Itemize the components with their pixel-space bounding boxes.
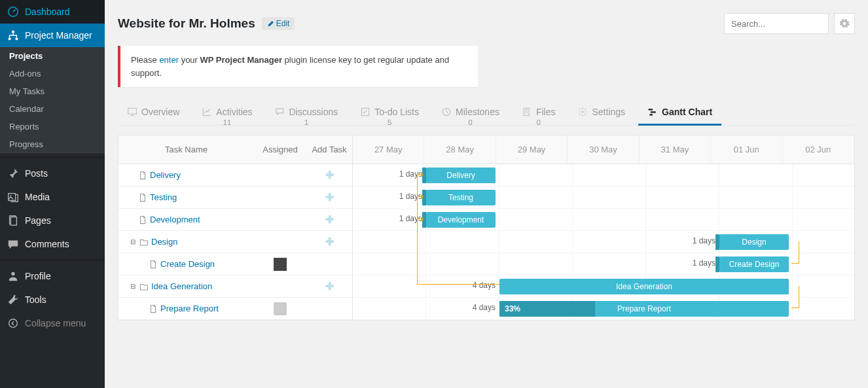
files-icon bbox=[522, 107, 532, 117]
sidebar-item-posts[interactable]: Posts bbox=[0, 162, 105, 185]
tab-settings[interactable]: Settings bbox=[568, 100, 634, 125]
tab-todo[interactable]: To-do Lists 5 bbox=[351, 100, 428, 125]
sidebar-item-collapse[interactable]: Collapse menu bbox=[0, 311, 105, 335]
sidebar-sub-progress[interactable]: Progress bbox=[0, 135, 105, 153]
toggle-icon[interactable]: ⊟ bbox=[129, 238, 137, 245]
svg-point-14 bbox=[582, 111, 584, 113]
svg-rect-16 bbox=[651, 111, 656, 113]
search-input[interactable] bbox=[724, 13, 829, 34]
task-link[interactable]: Delivery bbox=[150, 170, 181, 180]
duration-label: 4 days bbox=[467, 303, 496, 312]
tab-files[interactable]: Files 0 bbox=[513, 100, 565, 125]
svg-rect-4 bbox=[9, 194, 16, 201]
comment-icon bbox=[7, 238, 20, 251]
svg-rect-10 bbox=[128, 108, 137, 114]
page-title: Website for Mr. Holmes bbox=[118, 16, 255, 31]
task-link[interactable]: Idea Generation bbox=[151, 281, 212, 291]
sidebar-sub-mytasks[interactable]: My Tasks bbox=[0, 82, 105, 100]
wrench-icon bbox=[7, 293, 20, 306]
sidebar-sub-addons[interactable]: Add-ons bbox=[0, 65, 105, 82]
sidebar-item-profile[interactable]: Profile bbox=[0, 264, 105, 288]
svg-point-8 bbox=[11, 272, 14, 275]
sidebar-item-dashboard[interactable]: Dashboard bbox=[0, 0, 105, 24]
folder-icon bbox=[139, 238, 149, 247]
gantt-bar[interactable]: 33%Prepare Report bbox=[499, 301, 789, 317]
task-link[interactable]: Create Design bbox=[160, 259, 215, 269]
dependency-line bbox=[417, 174, 422, 175]
sidebar-label: Dashboard bbox=[25, 7, 70, 17]
gear-icon bbox=[577, 107, 588, 117]
task-link[interactable]: Development bbox=[150, 215, 200, 224]
sitemap-icon bbox=[7, 29, 20, 42]
day-col: 29 May bbox=[496, 135, 568, 164]
sidebar-sub-calendar[interactable]: Calendar bbox=[0, 100, 105, 118]
tab-activities[interactable]: Activities 11 bbox=[192, 100, 261, 125]
sidebar-divider bbox=[0, 156, 105, 159]
gantt-task-grid: Task Name Assigned Add Task Delivery✚Tes… bbox=[118, 135, 353, 320]
gantt-body: 1 daysDelivery1 daysTesting1 daysDevelop… bbox=[353, 164, 854, 320]
pencil-icon bbox=[267, 20, 274, 27]
task-link[interactable]: Design bbox=[151, 237, 177, 247]
day-col: 27 May bbox=[353, 135, 424, 164]
gantt-chart: Task Name Assigned Add Task Delivery✚Tes… bbox=[118, 135, 855, 321]
task-row: Create Design bbox=[118, 253, 352, 275]
dependency-line bbox=[417, 220, 499, 285]
svg-point-9 bbox=[9, 319, 18, 328]
tab-discussions[interactable]: Discussions 1 bbox=[266, 100, 348, 125]
svg-rect-1 bbox=[12, 31, 14, 33]
pin-icon bbox=[7, 167, 20, 180]
gantt-grid-header: Task Name Assigned Add Task bbox=[118, 135, 352, 164]
chart-icon bbox=[202, 107, 212, 117]
tab-gantt[interactable]: Gantt Chart bbox=[638, 100, 721, 125]
add-task-button[interactable]: ✚ bbox=[306, 213, 352, 226]
task-row: Prepare Report bbox=[118, 298, 352, 320]
enter-link[interactable]: enter bbox=[159, 55, 179, 65]
svg-rect-13 bbox=[524, 108, 529, 115]
sidebar-item-comments[interactable]: Comments bbox=[0, 232, 105, 256]
gantt-bar[interactable]: Idea Generation bbox=[499, 279, 789, 294]
license-notice: Please enter your WP Project Manager plu… bbox=[118, 46, 478, 87]
add-task-button[interactable]: ✚ bbox=[306, 280, 352, 292]
task-link[interactable]: Prepare Report bbox=[160, 304, 219, 313]
sidebar-sub-reports[interactable]: Reports bbox=[0, 118, 105, 135]
folder-icon bbox=[139, 282, 149, 291]
gantt-bar[interactable]: Testing bbox=[426, 190, 496, 205]
gantt-timeline[interactable]: 27 May28 May29 May30 May31 May01 Jun02 J… bbox=[353, 135, 854, 320]
dependency-line bbox=[417, 219, 422, 219]
gantt-bar[interactable]: Create Design bbox=[719, 256, 789, 272]
sidebar-label: Tools bbox=[25, 294, 46, 305]
gantt-row: 1 daysDelivery bbox=[353, 164, 854, 186]
sidebar-item-tools[interactable]: Tools bbox=[0, 288, 105, 311]
toggle-icon[interactable]: ⊟ bbox=[129, 283, 137, 290]
task-row: Delivery✚ bbox=[118, 164, 352, 186]
sidebar-label: Project Manager bbox=[25, 30, 92, 41]
svg-rect-15 bbox=[649, 109, 653, 110]
gantt-bar[interactable]: Delivery bbox=[426, 168, 496, 183]
avatar bbox=[274, 258, 287, 271]
sidebar-item-pages[interactable]: Pages bbox=[0, 209, 105, 232]
svg-rect-2 bbox=[9, 38, 11, 41]
settings-button[interactable] bbox=[834, 13, 855, 34]
svg-rect-3 bbox=[16, 38, 18, 41]
add-task-button[interactable]: ✚ bbox=[306, 236, 352, 248]
tab-overview[interactable]: Overview bbox=[118, 100, 189, 125]
tab-count: 5 bbox=[388, 118, 391, 126]
avatar bbox=[274, 302, 287, 315]
add-task-button[interactable]: ✚ bbox=[306, 169, 352, 181]
dependency-line bbox=[791, 241, 799, 264]
gantt-bar[interactable]: Design bbox=[719, 234, 789, 250]
add-task-button[interactable]: ✚ bbox=[306, 191, 352, 203]
admin-sidebar: Dashboard Project Manager Projects Add-o… bbox=[0, 0, 105, 388]
sidebar-sub-projects[interactable]: Projects bbox=[0, 47, 105, 65]
tab-milestones[interactable]: Milestones 0 bbox=[432, 100, 509, 125]
page-header: Website for Mr. Holmes Edit bbox=[118, 13, 855, 34]
task-link[interactable]: Testing bbox=[150, 192, 177, 202]
edit-button[interactable]: Edit bbox=[262, 17, 295, 30]
sidebar-label: Profile bbox=[25, 271, 51, 281]
col-task-name: Task Name bbox=[118, 145, 254, 154]
sidebar-item-project-manager[interactable]: Project Manager bbox=[0, 24, 105, 47]
dependency-line bbox=[417, 196, 422, 197]
tab-count: 0 bbox=[468, 118, 472, 126]
sidebar-item-media[interactable]: Media bbox=[0, 185, 105, 209]
task-row: Testing✚ bbox=[118, 186, 352, 209]
